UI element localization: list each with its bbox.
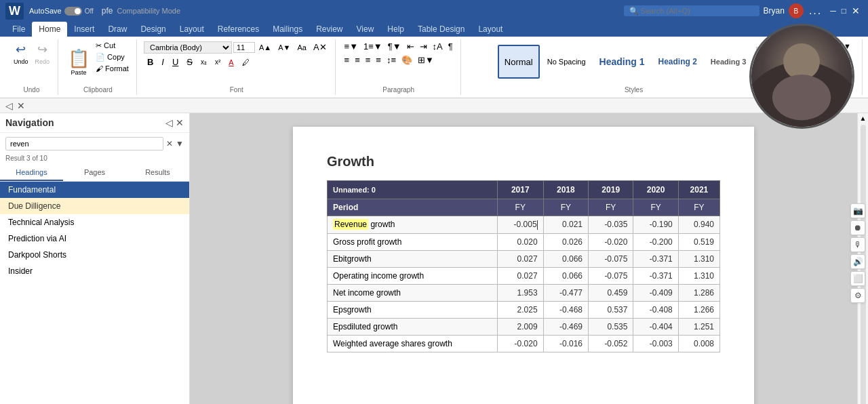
nav-collapse-btn[interactable]: ◁ [165,117,173,128]
style-heading2[interactable]: Heading 2 [652,45,703,79]
pilcrow-btn[interactable]: ¶ [446,41,455,52]
cell-val[interactable]: -0.052 [589,335,633,352]
justify-btn[interactable]: ≡ [374,54,383,66]
cell-val[interactable]: 1.310 [678,250,719,267]
format-painter-button[interactable]: 🖌 Format [94,64,131,73]
align-right-btn[interactable]: ≡ [363,54,373,66]
table-row[interactable]: Operating income growth 0.027 0.066 -0.0… [328,267,720,284]
text-color-btn[interactable]: A [225,57,237,68]
cell-val[interactable]: 2.025 [497,301,543,318]
cell-val[interactable]: -0.371 [633,267,678,284]
cell-val[interactable]: 0.940 [678,216,719,234]
font-family-select[interactable]: Cambria (Body) [144,41,232,54]
tab-layout[interactable]: Layout [173,22,211,37]
nav-item-technical[interactable]: Technical Analysis [0,214,189,230]
cell-val[interactable]: 1.286 [678,284,719,301]
cell-val[interactable]: 0.021 [543,216,588,234]
cell-val[interactable]: -0.020 [589,233,633,250]
underline-btn[interactable]: U [169,56,182,68]
tab-insert[interactable]: Insert [67,22,101,37]
copy-button[interactable]: 📄 Copy [94,52,131,62]
cell-val[interactable]: 1.251 [678,318,719,335]
tab-help[interactable]: Help [380,22,411,37]
decrease-font-btn[interactable]: A▼ [275,42,293,53]
borders-btn[interactable]: ⊞▼ [416,54,436,66]
cell-val[interactable]: 0.008 [678,335,719,352]
tab-review[interactable]: Review [309,22,349,37]
tab-file[interactable]: File [5,22,32,37]
cell-val[interactable]: -0.003 [633,335,678,352]
bullets-btn[interactable]: ≡▼ [342,41,360,52]
cell-val[interactable]: -0.075 [589,267,633,284]
search-options-btn[interactable]: ▼ [176,139,184,148]
decrease-indent-btn[interactable]: ⇤ [405,41,416,52]
cut-button[interactable]: ✂ Cut [94,41,131,51]
nav-tab-headings[interactable]: Headings [0,165,63,181]
cell-val[interactable]: 0.459 [589,284,633,301]
expand-nav-icon[interactable]: ◁ [5,100,13,111]
cell-val[interactable]: 0.535 [589,318,633,335]
table-row[interactable]: Weighted average shares growth -0.020 -0… [328,335,720,352]
line-spacing-btn[interactable]: ↕≡ [384,54,398,66]
cell-val[interactable]: -0.409 [633,284,678,301]
paste-button[interactable]: 📋 Paste [65,47,92,77]
multilevel-btn[interactable]: ¶▼ [386,41,403,52]
italic-btn[interactable]: I [158,56,167,68]
table-row[interactable]: Gross profit growth 0.020 0.026 -0.020 -… [328,233,720,250]
cell-val[interactable]: -0.016 [543,335,588,352]
minimize-btn[interactable]: ─ [830,6,836,16]
undo-button[interactable]: ↩ Undo [11,41,31,66]
tab-references[interactable]: References [211,22,266,37]
style-no-spacing[interactable]: No Spacing [541,45,592,79]
cell-val[interactable]: -0.200 [633,233,678,250]
nav-item-due-dilligence[interactable]: Due Dilligence [0,198,189,214]
highlight-btn[interactable]: 🖊 [239,57,253,68]
cell-val[interactable]: 0.537 [589,301,633,318]
cell-val[interactable]: 2.009 [497,318,543,335]
scroll-up-btn[interactable]: ▲ [859,113,868,123]
nav-close-btn[interactable]: ✕ [176,117,184,128]
sort-btn[interactable]: ↕A [431,41,445,52]
search-clear-btn[interactable]: ✕ [166,139,173,148]
cell-val[interactable]: -0.477 [543,284,588,301]
cell-val[interactable]: 0.066 [543,267,588,284]
tab-mailings[interactable]: Mailings [266,22,309,37]
strikethrough-btn[interactable]: S [183,56,196,68]
cell-val[interactable]: 1.266 [678,301,719,318]
screen-tool-btn[interactable]: ⬜ [850,271,865,286]
nav-search-input[interactable] [5,137,163,150]
style-normal[interactable]: Normal [498,45,540,79]
tab-draw[interactable]: Draw [101,22,134,37]
cell-val[interactable]: 0.027 [497,250,543,267]
style-heading1[interactable]: Heading 1 [593,45,651,79]
table-row[interactable]: Epsdiluted growth 2.009 -0.469 0.535 -0.… [328,318,720,335]
superscript-btn[interactable]: x² [212,57,224,67]
nav-item-fundamental[interactable]: Fundamental [0,182,189,198]
cell-val[interactable]: 0.519 [678,233,719,250]
cell-val[interactable]: 1.953 [497,284,543,301]
table-row[interactable]: Net income growth 1.953 -0.477 0.459 -0.… [328,284,720,301]
cell-val[interactable]: -0.408 [633,301,678,318]
settings-tool-btn[interactable]: ⚙ [850,288,865,303]
cell-val[interactable]: 0.020 [497,233,543,250]
collapse-icon[interactable]: ✕ [17,100,25,111]
speaker-tool-btn[interactable]: 🔊 [850,254,865,269]
title-search[interactable] [624,5,760,16]
table-row[interactable]: Epsgrowth 2.025 -0.468 0.537 -0.408 1.26… [328,301,720,318]
cell-val[interactable]: -0.005 [497,216,543,234]
cell-val[interactable]: 0.027 [497,267,543,284]
clear-format-btn[interactable]: A✕ [311,41,330,54]
font-size-input[interactable] [233,42,255,53]
subscript-btn[interactable]: x₂ [197,57,210,67]
align-left-btn[interactable]: ≡ [342,54,352,66]
close-btn[interactable]: ✕ [852,5,860,16]
cell-val[interactable]: -0.404 [633,318,678,335]
nav-item-insider[interactable]: Insider [0,263,189,279]
tab-view[interactable]: View [350,22,381,37]
cell-val[interactable]: -0.075 [589,250,633,267]
autosave-toggle[interactable] [64,7,82,16]
tab-layout2[interactable]: Layout [471,22,509,37]
cell-val[interactable]: -0.469 [543,318,588,335]
cell-val[interactable]: -0.371 [633,250,678,267]
bold-btn[interactable]: B [144,56,157,68]
